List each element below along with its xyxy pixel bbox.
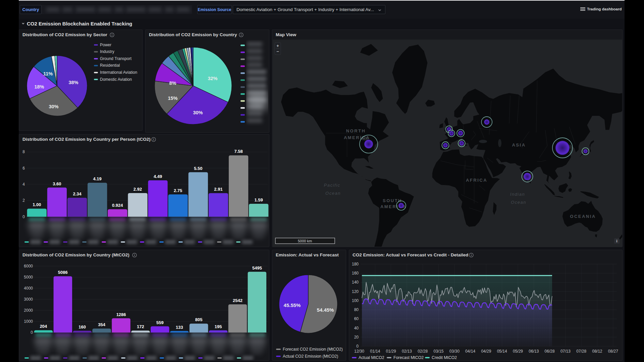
svg-text:Pacific: Pacific (324, 183, 340, 188)
svg-text:05/14: 05/14 (497, 349, 507, 354)
svg-text:1000: 1000 (24, 319, 33, 324)
svg-text:04/29: 04/29 (481, 349, 491, 354)
svg-text:03/30: 03/30 (449, 349, 460, 354)
svg-text:8: 8 (22, 149, 25, 154)
svg-text:5.50: 5.50 (194, 166, 202, 171)
svg-text:4: 4 (22, 182, 25, 187)
svg-text:Actual CO2 Emission (MtCO2): Actual CO2 Emission (MtCO2) (283, 354, 338, 359)
svg-text:140: 140 (352, 280, 359, 285)
svg-text:2: 2 (22, 198, 25, 203)
svg-text:5000 km: 5000 km (298, 239, 312, 243)
svg-text:80: 80 (354, 307, 359, 312)
svg-text:Indian: Indian (510, 192, 525, 197)
svg-text:1.00: 1.00 (33, 202, 41, 207)
svg-text:45.55%: 45.55% (284, 302, 301, 308)
svg-text:AFRICA: AFRICA (466, 178, 487, 183)
svg-text:133: 133 (176, 325, 183, 330)
svg-text:Forecast CO2 Emission (MtCO2): Forecast CO2 Emission (MtCO2) (283, 347, 343, 352)
svg-text:6: 6 (22, 166, 25, 171)
svg-text:Credit MtCO2: Credit MtCO2 (432, 355, 457, 360)
svg-text:120: 120 (352, 289, 359, 294)
svg-text:06/28: 06/28 (545, 349, 555, 354)
svg-text:195: 195 (215, 324, 222, 329)
svg-text:02/28: 02/28 (418, 349, 428, 354)
svg-text:International Aviation: International Aviation (100, 70, 137, 75)
svg-text:160: 160 (352, 271, 359, 276)
svg-text:3.60: 3.60 (53, 181, 61, 186)
svg-text:02/13: 02/13 (402, 349, 412, 354)
svg-text:−: − (276, 49, 279, 54)
svg-text:AMERICA: AMERICA (344, 135, 370, 140)
svg-text:Forecast MtCO2: Forecast MtCO2 (393, 355, 424, 360)
svg-text:2.91: 2.91 (214, 187, 222, 192)
svg-text:4.49: 4.49 (154, 174, 162, 179)
svg-text:ASIA: ASIA (512, 142, 526, 147)
svg-text:40: 40 (354, 326, 359, 330)
svg-text:2.75: 2.75 (174, 188, 182, 193)
svg-text:805: 805 (195, 317, 203, 322)
svg-text:01/29: 01/29 (386, 349, 396, 354)
svg-text:+: + (276, 43, 279, 48)
svg-text:1286: 1286 (116, 312, 126, 317)
svg-text:60: 60 (354, 316, 359, 321)
svg-text:3000: 3000 (24, 297, 33, 302)
svg-text:2542: 2542 (233, 298, 243, 303)
svg-text:100: 100 (352, 298, 359, 303)
svg-text:54.45%: 54.45% (317, 307, 334, 313)
svg-text:8%: 8% (169, 80, 176, 86)
svg-text:18%: 18% (34, 84, 44, 89)
svg-text:Ocean: Ocean (325, 191, 341, 196)
svg-text:04/14: 04/14 (465, 349, 475, 354)
svg-text:15%: 15% (168, 96, 177, 101)
svg-text:559: 559 (156, 320, 164, 325)
svg-text:SOUTH: SOUTH (383, 198, 402, 203)
svg-text:08/27: 08/27 (608, 349, 618, 354)
svg-text:172: 172 (137, 324, 144, 329)
svg-text:08/12: 08/12 (592, 349, 602, 354)
svg-text:Ground Transport: Ground Transport (100, 56, 132, 61)
svg-text:OCEANIA: OCEANIA (570, 214, 596, 219)
svg-text:Power: Power (100, 43, 111, 47)
svg-text:32%: 32% (208, 76, 217, 81)
svg-text:160: 160 (78, 324, 86, 329)
svg-text:0.924: 0.924 (112, 203, 123, 208)
svg-text:Actual MtCO2: Actual MtCO2 (359, 355, 384, 360)
svg-text:354: 354 (98, 322, 105, 327)
svg-text:5000: 5000 (24, 275, 33, 280)
svg-text:30%: 30% (193, 110, 203, 115)
svg-text:2.92: 2.92 (133, 187, 142, 192)
svg-text:0: 0 (31, 330, 33, 335)
svg-text:Ocean: Ocean (511, 200, 526, 205)
svg-text:7.58: 7.58 (234, 149, 243, 154)
svg-text:6000: 6000 (24, 264, 33, 268)
svg-text:01/14: 01/14 (370, 349, 380, 354)
svg-text:180: 180 (352, 262, 359, 266)
svg-text:Domestic Aviation: Domestic Aviation (100, 77, 132, 82)
svg-text:12/30: 12/30 (354, 349, 364, 354)
svg-text:0: 0 (356, 344, 359, 349)
svg-text:07/28: 07/28 (576, 349, 586, 354)
svg-text:5086: 5086 (58, 270, 68, 275)
svg-text:5495: 5495 (252, 265, 262, 270)
svg-text:20: 20 (354, 335, 359, 340)
svg-text:204: 204 (40, 324, 47, 329)
svg-text:i: i (616, 239, 617, 243)
svg-text:4.19: 4.19 (93, 176, 102, 181)
svg-text:11%: 11% (43, 71, 53, 76)
svg-text:07/13: 07/13 (560, 349, 571, 354)
svg-text:Industry: Industry (100, 49, 114, 54)
svg-text:NORTH: NORTH (346, 128, 366, 133)
svg-text:2000: 2000 (24, 308, 33, 313)
svg-text:30%: 30% (49, 104, 58, 109)
svg-text:03/15: 03/15 (433, 349, 443, 354)
svg-text:05/29: 05/29 (513, 349, 523, 354)
svg-text:Residential: Residential (100, 63, 120, 68)
svg-text:4000: 4000 (24, 286, 33, 291)
svg-text:38%: 38% (68, 80, 78, 85)
svg-text:06/13: 06/13 (529, 349, 539, 354)
svg-text:0: 0 (22, 215, 25, 219)
svg-text:2.34: 2.34 (73, 191, 82, 196)
svg-text:1.59: 1.59 (255, 197, 263, 202)
